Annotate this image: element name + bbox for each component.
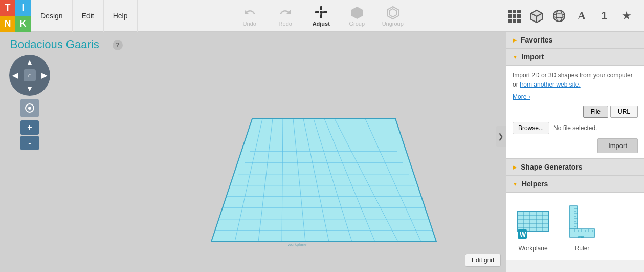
shape-gen-arrow: ▶ — [513, 164, 517, 170]
group-label: Group — [349, 20, 365, 27]
text-icon: A — [578, 9, 586, 23]
text-icon-btn[interactable]: A — [572, 7, 591, 25]
svg-rect-16 — [513, 19, 516, 23]
ungroup-button[interactable]: Ungroup — [380, 5, 406, 27]
undo-label: Undo — [243, 20, 256, 27]
cube-icon-btn[interactable] — [527, 7, 546, 25]
svg-text:mm: mm — [578, 235, 584, 239]
adjust-icon — [314, 5, 328, 19]
star-icon-btn[interactable]: ★ — [617, 7, 636, 25]
svg-rect-3 — [323, 11, 327, 13]
import-action-row: Import — [513, 138, 638, 153]
workplane-grid: workplane — [206, 108, 441, 252]
favorites-label: Favorites — [521, 36, 552, 44]
home-button[interactable] — [20, 99, 39, 117]
zoom-controls: + - — [20, 120, 39, 150]
svg-marker-25 — [211, 118, 436, 241]
nav-edit[interactable]: Edit — [73, 0, 104, 32]
workplane-icon: W — [513, 201, 553, 242]
helpers-label: Helpers — [522, 180, 548, 188]
number-icon: 1 — [601, 9, 607, 23]
number-icon-btn[interactable]: 1 — [595, 7, 613, 25]
ruler-icon: mm — [562, 201, 603, 242]
logo-i: I — [15, 0, 31, 16]
no-file-text: No file selected. — [553, 124, 597, 132]
ungroup-icon — [386, 5, 400, 19]
toolbar-right: A 1 ★ — [505, 7, 644, 25]
helpers-content: W Workplane — [506, 193, 644, 260]
undo-button[interactable]: Undo — [237, 5, 262, 27]
helpers-header[interactable]: ▼ Helpers — [506, 176, 644, 193]
toolbar-center: Undo Redo Adjust — [138, 5, 505, 27]
ruler-label: Ruler — [575, 245, 590, 252]
nav-help[interactable]: Help — [104, 0, 138, 32]
import-header[interactable]: ▼ Import — [506, 49, 644, 66]
another-web-link[interactable]: from another web site. — [520, 81, 581, 88]
grid-icon-btn[interactable] — [505, 7, 523, 25]
file-toggle-btn[interactable]: File — [583, 106, 608, 118]
svg-point-4 — [320, 11, 323, 14]
compass-home: ⌂ — [24, 69, 36, 81]
shape-generators-header[interactable]: ▶ Shape Generators — [506, 159, 644, 176]
url-toggle-btn[interactable]: URL — [610, 106, 638, 118]
import-arrow: ▼ — [513, 54, 518, 60]
group-button[interactable]: Group — [344, 5, 370, 27]
svg-text:W: W — [520, 231, 526, 238]
svg-rect-12 — [508, 14, 512, 18]
shape-generators-label: Shape Generators — [521, 163, 583, 171]
ruler-item[interactable]: mm Ruler — [562, 201, 603, 252]
logo-n: N — [0, 16, 15, 32]
project-title: Bodacious Gaaris — [10, 38, 99, 51]
svg-marker-6 — [351, 7, 363, 19]
svg-rect-2 — [315, 11, 319, 13]
favorites-header[interactable]: ▶ Favorites — [506, 32, 644, 49]
svg-rect-13 — [513, 14, 516, 18]
import-label: Import — [522, 53, 544, 61]
help-icon[interactable]: ? — [113, 40, 123, 50]
logo[interactable]: T I N K — [0, 0, 31, 32]
grid-container: workplane — [206, 108, 441, 254]
workplane-item[interactable]: W Workplane — [513, 201, 553, 252]
compass-right: ▶ — [41, 71, 47, 79]
group-icon — [350, 5, 364, 19]
nav-design[interactable]: Design — [31, 0, 73, 32]
nav-menu: Design Edit Help — [31, 0, 138, 32]
logo-k: K — [15, 16, 31, 32]
svg-rect-11 — [517, 10, 521, 13]
undo-icon — [242, 5, 257, 19]
svg-rect-17 — [517, 19, 521, 23]
browse-button[interactable]: Browse... — [513, 122, 549, 134]
compass-up: ▲ — [26, 58, 33, 66]
adjust-button[interactable]: Adjust — [308, 5, 334, 27]
workplane-label: Workplane — [518, 245, 547, 252]
right-panel: ▶ Favorites ▼ Import Import 2D or 3D sha… — [506, 32, 644, 272]
favorites-arrow: ▶ — [513, 37, 517, 43]
sphere-icon-btn[interactable] — [550, 7, 568, 25]
ungroup-label: Ungroup — [382, 20, 404, 27]
adjust-label: Adjust — [313, 20, 330, 27]
more-link[interactable]: More › — [513, 93, 638, 100]
main: Bodacious Gaaris ? ▲ ▼ ◀ ▶ ⌂ + - — [0, 32, 644, 272]
zoom-in-button[interactable]: + — [20, 120, 39, 135]
svg-text:workplane: workplane — [287, 242, 307, 246]
import-button[interactable]: Import — [597, 138, 638, 153]
browse-row: Browse... No file selected. — [513, 122, 638, 134]
svg-rect-10 — [513, 10, 516, 13]
svg-rect-9 — [508, 10, 512, 13]
svg-point-23 — [28, 107, 31, 110]
import-description: Import 2D or 3D shapes from your compute… — [513, 71, 638, 89]
svg-point-19 — [553, 10, 565, 22]
compass[interactable]: ▲ ▼ ◀ ▶ ⌂ — [9, 55, 50, 96]
edit-grid-button[interactable]: Edit grid — [465, 254, 501, 267]
svg-rect-14 — [517, 14, 521, 18]
redo-button[interactable]: Redo — [273, 5, 298, 27]
topbar: T I N K Design Edit Help Undo Redo — [0, 0, 644, 32]
zoom-out-button[interactable]: - — [20, 136, 39, 150]
compass-down: ▼ — [26, 85, 33, 93]
import-section: Import 2D or 3D shapes from your compute… — [506, 66, 644, 159]
nav-cube: ▲ ▼ ◀ ▶ ⌂ + - — [9, 55, 50, 150]
viewport[interactable]: Bodacious Gaaris ? ▲ ▼ ◀ ▶ ⌂ + - — [0, 32, 506, 272]
helpers-arrow: ▼ — [513, 181, 518, 187]
panel-toggle[interactable]: ❯ — [496, 126, 506, 147]
svg-marker-49 — [518, 211, 548, 232]
